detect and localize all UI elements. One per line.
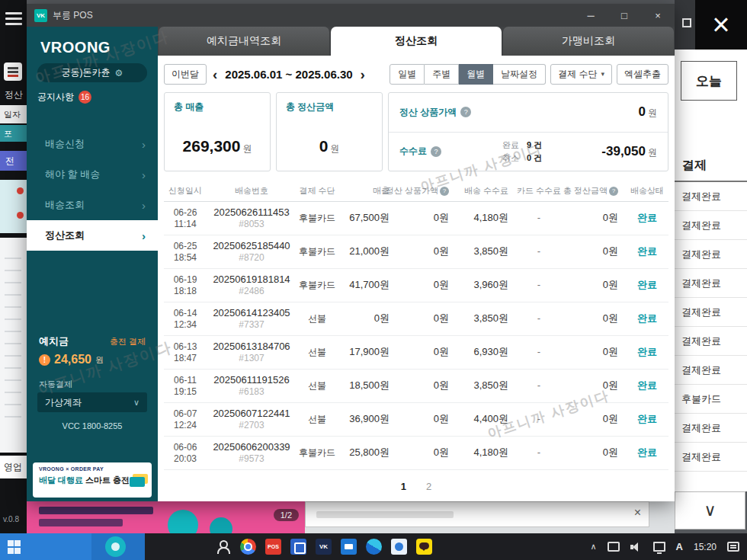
sidebar-menu-item[interactable]: 정산조회 › <box>27 220 158 251</box>
cell-total-settlement: 0원 <box>562 413 626 425</box>
cell-delivery-status: 완료 <box>626 379 668 392</box>
tab[interactable]: 가맹비조회 <box>503 27 674 56</box>
period-button[interactable]: 일별 <box>390 64 425 85</box>
scroll-down-button[interactable]: ∨ <box>675 491 745 530</box>
period-button[interactable]: 주별 <box>425 64 459 85</box>
notice-label: 공지사항 <box>37 91 74 104</box>
window-titlebar[interactable]: VK 부릉 POS ─ □ × <box>27 4 675 27</box>
payment-status-row[interactable]: 결제완료 <box>675 327 747 356</box>
display-icon[interactable] <box>608 542 620 552</box>
period-button[interactable]: 월별 <box>459 64 493 85</box>
pagination: 1 2 <box>164 481 668 492</box>
payment-status-row[interactable]: 결제완료 <box>675 298 747 327</box>
assistant-icon[interactable] <box>105 536 126 557</box>
sidebar-ad-banner[interactable]: VROONG × ORDER PAY 배달 대행료 스마트 충전 <box>33 462 152 498</box>
table-row[interactable]: 06-0620:03 20250606200339#9573 후불카드 25,8… <box>164 437 668 470</box>
cell-delivery-number: 20250614123405#7337 <box>207 307 297 331</box>
table-row[interactable]: 06-1918:18 20250619181814#2486 후불카드 41,7… <box>164 269 668 302</box>
virtual-account-label: 가상계좌 <box>45 396 82 409</box>
blue-app-icon[interactable] <box>290 539 306 555</box>
excel-export-button[interactable]: 엑셀추출 <box>617 64 668 85</box>
table-row[interactable]: 06-0712:24 20250607122441#2703 선불 36,900… <box>164 403 668 437</box>
period-button-label: 날짜설정 <box>501 69 537 79</box>
network-icon[interactable] <box>653 542 665 552</box>
light-app-icon[interactable] <box>391 539 407 555</box>
payment-status-row[interactable]: 결제완료 <box>675 240 747 269</box>
sidebar-menu-item[interactable]: 해야 할 배송 › <box>27 159 158 190</box>
table-row[interactable]: 06-1119:15 20250611191526#6183 선불 18,500… <box>164 370 668 403</box>
volume-icon[interactable] <box>630 542 643 552</box>
payment-status-row[interactable]: 결제완료 <box>675 356 747 385</box>
close-button[interactable]: × <box>641 4 675 27</box>
tray-expand-icon[interactable]: ∧ <box>591 542 597 552</box>
banner-text-block <box>39 507 153 514</box>
table-row[interactable]: 06-2611:14 20250626111453#8053 후불카드 67,5… <box>164 202 668 235</box>
column-header: 배송 수수료 <box>457 181 516 201</box>
restore-icon[interactable] <box>682 18 691 27</box>
cell-total-settlement: 0원 <box>562 312 626 325</box>
cell-product-value: 0원 <box>397 379 457 392</box>
maximize-button[interactable]: □ <box>608 4 641 27</box>
clock[interactable]: 15:20 <box>694 542 717 552</box>
payment-status-row[interactable]: 후불카드 <box>675 385 747 414</box>
edge-icon[interactable] <box>366 539 382 555</box>
vk-app-icon[interactable]: VK <box>316 539 332 555</box>
notification-icon[interactable] <box>727 542 739 552</box>
help-icon[interactable]: ? <box>431 146 441 157</box>
kakaotalk-icon[interactable] <box>416 539 432 555</box>
minimize-button[interactable]: ─ <box>574 4 608 27</box>
pos-app-icon[interactable]: POS <box>265 539 281 555</box>
promo-banner[interactable]: 1/2 <box>27 501 305 533</box>
payment-status-row[interactable]: 결제완료 <box>675 182 747 211</box>
table-row[interactable]: 06-1318:47 20250613184706#1307 선불 17,900… <box>164 336 668 370</box>
payment-status-row[interactable]: 결제완료 <box>675 414 747 443</box>
cell-payment-method: 선불 <box>297 380 338 392</box>
background-close-button[interactable]: × <box>695 0 747 50</box>
this-month-button[interactable]: 이번달 <box>164 64 207 85</box>
cell-delivery-fee: 3,850원 <box>457 379 516 392</box>
windows-logo-icon[interactable] <box>8 540 21 554</box>
table-row[interactable]: 06-1412:34 20250614123405#7337 선불 0원 0원 … <box>164 302 668 336</box>
ime-indicator[interactable]: A <box>676 541 683 552</box>
menu-icon[interactable] <box>5 12 22 28</box>
total-settlement-label: 총 정산금액 <box>286 101 334 114</box>
deposit-charge-link[interactable]: 충전 결제 <box>110 336 146 347</box>
column-header-label: 배송 수수료 <box>464 185 508 197</box>
help-icon[interactable]: ? <box>609 187 618 196</box>
payment-status-row[interactable]: 결제완료 <box>675 269 747 298</box>
page-number[interactable]: 1 <box>401 481 406 492</box>
payment-status-label: 후불카드 <box>681 393 721 405</box>
table-header: 신청일시 배송번호 결제 수단 매출 정산 상품가액 ? 배송 수수료 카드 수… <box>164 181 668 202</box>
total-sales-value: 269,300원 <box>165 137 270 155</box>
deposit-label: 예치금 <box>39 334 110 348</box>
help-icon[interactable]: ? <box>460 107 471 117</box>
notice-link[interactable]: 공지사항 16 <box>37 91 91 104</box>
payment-status-row[interactable]: 결제완료 <box>675 211 747 240</box>
table-row[interactable]: 06-2518:54 20250625185440#8720 후불카드 21,0… <box>164 235 668 269</box>
help-icon[interactable]: ? <box>440 187 449 196</box>
people-app-icon[interactable] <box>215 539 231 555</box>
period-button[interactable]: 날짜설정 <box>493 64 546 85</box>
prev-period-icon[interactable]: ‹ <box>211 67 219 82</box>
background-fragment-list <box>0 180 27 233</box>
store-selector-button[interactable]: 궁동)돈카츈 ⚙ <box>37 63 147 82</box>
sidebar-menu-item[interactable]: 배송신청 › <box>27 129 158 159</box>
close-icon[interactable]: × <box>634 506 641 520</box>
payment-status-row[interactable]: 결제완료 <box>675 443 747 472</box>
blue-app-icon-2[interactable] <box>341 539 357 555</box>
page-number[interactable]: 2 <box>426 481 431 492</box>
tab[interactable]: 정산조회 <box>331 27 502 56</box>
tab-bar: 예치금내역조회 정산조회 가맹비조회 <box>158 27 675 56</box>
column-header-label: 배송상태 <box>630 185 664 197</box>
sidebar-menu-item[interactable]: 배송조회 › <box>27 190 158 220</box>
virtual-account-button[interactable]: 가상계좌 ∨ <box>37 392 147 412</box>
today-button[interactable]: 오늘 <box>681 61 737 101</box>
tab[interactable]: 예치금내역조회 <box>159 27 329 56</box>
cell-product-value: 0원 <box>397 446 457 459</box>
payment-method-dropdown[interactable]: 결제 수단 ▾ <box>550 64 612 85</box>
start-widget[interactable] <box>0 533 145 560</box>
total-settlement-value: 0원 <box>277 137 382 155</box>
next-period-icon[interactable]: › <box>359 67 367 82</box>
cell-card-fee: - <box>516 312 562 325</box>
chrome-icon[interactable] <box>240 539 256 555</box>
